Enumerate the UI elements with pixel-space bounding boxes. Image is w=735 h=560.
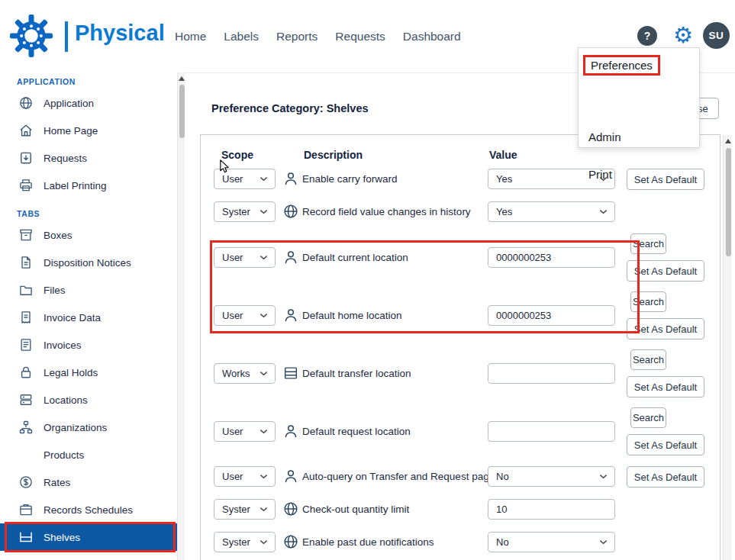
receipt-icon bbox=[18, 310, 34, 325]
no-icon bbox=[18, 447, 34, 462]
value-input[interactable] bbox=[488, 363, 615, 384]
settings-dropdown-menu: Preferences Admin Print bbox=[578, 47, 700, 148]
dollar-icon bbox=[18, 475, 34, 490]
value-input[interactable] bbox=[488, 421, 615, 442]
sidebar-item-organizations[interactable]: Organizations bbox=[0, 414, 177, 441]
sidebar-item-label: Locations bbox=[44, 394, 88, 406]
chevron-down-icon bbox=[599, 209, 608, 214]
request-icon bbox=[18, 150, 34, 166]
sidebar-item-boxes[interactable]: Boxes bbox=[0, 221, 177, 249]
scope-select[interactable]: Syster bbox=[214, 201, 276, 222]
preference-description: Default transfer location bbox=[302, 368, 411, 379]
set-as-default-button[interactable]: Set As Default bbox=[627, 169, 704, 190]
chevron-down-icon bbox=[260, 255, 268, 260]
nav-item-home[interactable]: Home bbox=[175, 30, 206, 43]
sidebar-item-shelves[interactable]: Shelves bbox=[0, 523, 177, 551]
document-icon bbox=[18, 255, 34, 270]
scope-select[interactable]: User bbox=[214, 247, 276, 268]
sidebar-item-label: Rates bbox=[44, 477, 70, 488]
sidebar-item-label: Label Printing bbox=[44, 180, 107, 191]
sidebar-item-label-printing[interactable]: Label Printing bbox=[0, 172, 177, 199]
globe-icon bbox=[282, 533, 299, 550]
sidebar-item-invoice-data[interactable]: Invoice Data bbox=[0, 304, 177, 331]
globe-icon bbox=[282, 500, 299, 517]
brand-divider bbox=[65, 21, 68, 52]
column-header-description: Description bbox=[304, 149, 363, 161]
scroll-up-arrow-icon[interactable] bbox=[725, 139, 731, 143]
sidebar-item-application[interactable]: Application bbox=[0, 89, 177, 117]
sidebar-item-products[interactable]: Products bbox=[0, 441, 177, 468]
preferences-panel bbox=[200, 134, 720, 560]
chevron-down-icon bbox=[599, 474, 608, 479]
app-logo-gear-icon bbox=[10, 14, 53, 57]
preference-description: Default current location bbox=[302, 252, 408, 263]
value-input[interactable] bbox=[488, 305, 615, 326]
chevron-down-icon bbox=[260, 507, 268, 512]
value-input[interactable] bbox=[488, 499, 615, 520]
nav-item-requests[interactable]: Requests bbox=[335, 30, 385, 43]
menu-item-print[interactable]: Print bbox=[588, 168, 612, 181]
search-button[interactable]: Search bbox=[630, 407, 666, 428]
person-icon bbox=[282, 423, 299, 439]
value-input[interactable] bbox=[488, 247, 615, 268]
preference-description: Default home location bbox=[302, 310, 402, 321]
sidebar-item-label: Home Page bbox=[44, 125, 98, 137]
scope-select[interactable]: User bbox=[214, 421, 276, 442]
sidebar-item-invoices[interactable]: Invoices bbox=[0, 331, 177, 359]
main-nav: Home Labels Reports Requests Dashboard bbox=[175, 30, 461, 43]
search-button[interactable]: Search bbox=[630, 233, 666, 254]
sidebar-item-home-page[interactable]: Home Page bbox=[0, 117, 177, 144]
sidebar-item-requests[interactable]: Requests bbox=[0, 144, 177, 172]
box-icon bbox=[18, 227, 34, 243]
preference-description: Record field value changes in history bbox=[302, 206, 471, 217]
set-as-default-button[interactable]: Set As Default bbox=[627, 260, 704, 282]
scope-select[interactable]: Syster bbox=[214, 532, 276, 552]
invoice-icon bbox=[18, 337, 34, 352]
column-header-scope: Scope bbox=[221, 149, 253, 161]
set-as-default-button[interactable]: Set As Default bbox=[627, 318, 704, 340]
sidebar-item-legal-holds[interactable]: Legal Holds bbox=[0, 359, 177, 386]
value-select[interactable]: No bbox=[488, 532, 615, 552]
sidebar-item-label: Products bbox=[44, 449, 84, 461]
content-scrollbar[interactable] bbox=[723, 135, 732, 560]
scope-select[interactable]: User bbox=[214, 305, 276, 326]
chevron-down-icon bbox=[260, 539, 268, 545]
scope-select[interactable]: User bbox=[214, 466, 276, 487]
sidebar-item-records-schedules[interactable]: Records Schedules bbox=[0, 496, 177, 523]
settings-gear-icon[interactable]: ⚙ bbox=[671, 22, 695, 48]
value-select[interactable]: Yes bbox=[488, 201, 615, 222]
scrollbar-thumb[interactable] bbox=[726, 148, 731, 256]
chevron-down-icon bbox=[260, 474, 268, 479]
help-icon[interactable]: ? bbox=[637, 26, 657, 46]
chevron-down-icon bbox=[260, 371, 268, 376]
nav-item-dashboard[interactable]: Dashboard bbox=[403, 30, 461, 43]
home-icon bbox=[18, 123, 34, 138]
scroll-up-arrow-icon[interactable] bbox=[179, 76, 185, 81]
nav-item-labels[interactable]: Labels bbox=[224, 30, 259, 43]
sidebar-item-disposition-notices[interactable]: Disposition Notices bbox=[0, 249, 177, 276]
search-button[interactable]: Search bbox=[630, 291, 666, 312]
user-avatar[interactable]: SU bbox=[703, 22, 730, 49]
scope-select[interactable]: Syster bbox=[214, 499, 276, 520]
search-button[interactable]: Search bbox=[630, 349, 666, 370]
set-as-default-button[interactable]: Set As Default bbox=[627, 466, 704, 488]
chevron-down-icon bbox=[260, 429, 268, 434]
scope-select[interactable]: Works bbox=[214, 363, 276, 384]
menu-item-admin[interactable]: Admin bbox=[588, 130, 621, 143]
sidebar-item-files[interactable]: Files bbox=[0, 276, 177, 304]
sidebar-item-locations[interactable]: Locations bbox=[0, 386, 177, 414]
shelf-icon bbox=[18, 529, 34, 545]
sidebar-item-rates[interactable]: Rates bbox=[0, 468, 177, 496]
value-select[interactable]: No bbox=[488, 466, 615, 487]
sidebar-item-label: Records Schedules bbox=[44, 504, 133, 516]
nav-item-reports[interactable]: Reports bbox=[276, 30, 318, 43]
stack-icon bbox=[18, 392, 34, 407]
scope-select[interactable]: User bbox=[214, 169, 276, 189]
printer-icon bbox=[18, 178, 34, 193]
scrollbar-thumb[interactable] bbox=[179, 85, 185, 138]
set-as-default-button[interactable]: Set As Default bbox=[627, 376, 704, 397]
sidebar-scrollbar[interactable] bbox=[177, 72, 185, 560]
records-icon bbox=[18, 502, 34, 517]
menu-item-preferences[interactable]: Preferences bbox=[591, 59, 653, 72]
set-as-default-button[interactable]: Set As Default bbox=[627, 434, 704, 455]
